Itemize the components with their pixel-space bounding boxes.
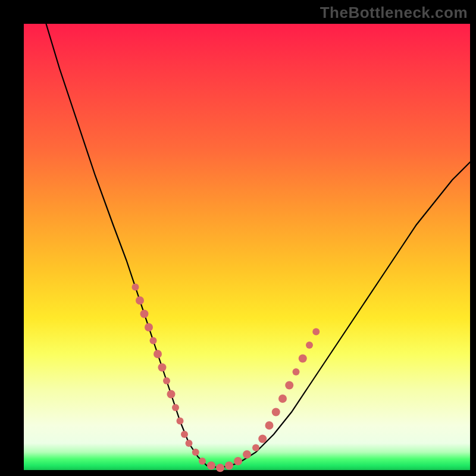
curve-marker	[216, 464, 224, 472]
curve-marker	[243, 450, 251, 459]
curve-marker	[225, 462, 233, 470]
curve-marker	[132, 284, 139, 291]
curve-marker	[181, 431, 188, 438]
bottleneck-curve	[46, 24, 471, 468]
curve-marker	[186, 440, 193, 447]
curve-marker	[234, 457, 242, 465]
curve-marker	[272, 408, 280, 416]
curve-marker	[207, 462, 215, 470]
curve-marker	[167, 390, 176, 399]
curve-marker	[265, 421, 274, 430]
curve-marker	[293, 368, 300, 375]
curve-marker	[158, 364, 167, 372]
curve-marker	[199, 458, 206, 465]
curve-marker	[299, 355, 307, 363]
curve-marker	[306, 342, 313, 349]
curve-marker	[145, 323, 153, 331]
curve-marker	[163, 377, 170, 384]
curve-marker	[154, 350, 162, 358]
curve-layer	[24, 24, 470, 470]
watermark-text: TheBottleneck.com	[320, 4, 468, 22]
curve-marker	[140, 310, 149, 318]
chart-frame: TheBottleneck.com	[0, 0, 476, 476]
curve-marker	[150, 337, 157, 345]
curve-marker	[172, 404, 179, 411]
curve-marker	[192, 449, 199, 456]
curve-marker	[312, 328, 320, 336]
curve-marker	[258, 435, 267, 443]
curve-marker	[252, 444, 259, 452]
curve-marker	[136, 296, 144, 305]
curve-marker	[278, 394, 287, 403]
plot-area	[24, 24, 470, 470]
curve-marker	[177, 418, 184, 425]
curve-markers	[132, 284, 320, 472]
curve-marker	[285, 381, 293, 390]
